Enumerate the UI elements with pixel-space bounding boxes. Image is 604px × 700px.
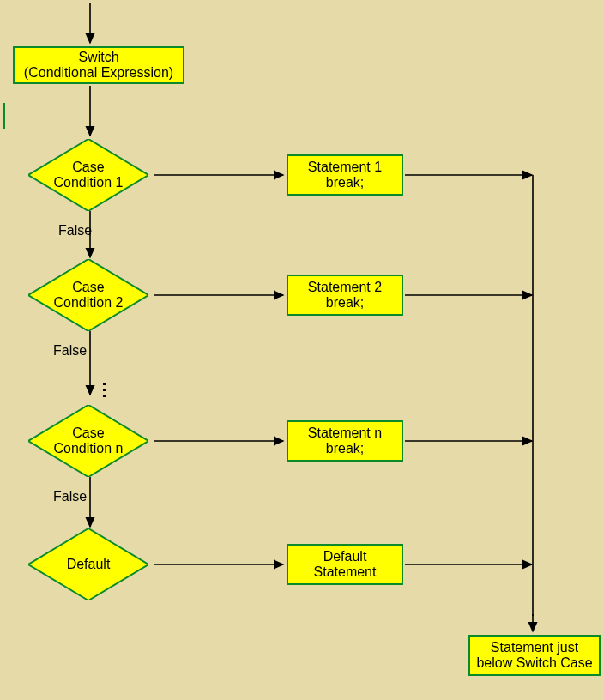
case2-line1: Case xyxy=(72,280,104,295)
statement2-line2: break; xyxy=(326,295,364,311)
default-diamond: Default xyxy=(28,528,148,600)
default-statement-box: Default Statement xyxy=(287,544,403,585)
default-stmt-line2: Statement xyxy=(314,564,377,580)
casen-diamond: Case Condition n xyxy=(28,405,148,477)
switch-line2: (Conditional Expression) xyxy=(24,65,173,81)
case1-line2: Condition 1 xyxy=(54,175,124,190)
case2-diamond: Case Condition 2 xyxy=(28,259,148,331)
casen-line2: Condition n xyxy=(54,441,124,456)
statementn-box: Statement n break; xyxy=(287,420,403,462)
case1-false-label: False xyxy=(58,223,92,238)
statement2-box: Statement 2 break; xyxy=(287,275,403,316)
statement1-line1: Statement 1 xyxy=(308,160,382,175)
case2-false-label: False xyxy=(53,343,87,359)
default-stmt-line1: Default xyxy=(323,549,367,564)
statementn-line1: Statement n xyxy=(308,425,382,441)
case1-line1: Case xyxy=(72,160,104,175)
casen-line1: Case xyxy=(72,425,104,441)
case2-line2: Condition 2 xyxy=(54,295,124,311)
statement2-line1: Statement 2 xyxy=(308,280,382,295)
switch-line1: Switch xyxy=(78,50,118,65)
switch-box: Switch (Conditional Expression) xyxy=(13,46,184,84)
casen-false-label: False xyxy=(53,489,87,504)
statement1-box: Statement 1 break; xyxy=(287,154,403,196)
case1-diamond: Case Condition 1 xyxy=(28,139,148,211)
flowchart-canvas: Switch (Conditional Expression) Case Con… xyxy=(0,0,604,700)
final-line1: Statement just xyxy=(491,640,578,655)
final-box: Statement just below Switch Case xyxy=(468,635,601,676)
statementn-line2: break; xyxy=(326,441,364,456)
default-label: Default xyxy=(67,557,111,572)
statement1-line2: break; xyxy=(326,175,364,190)
ellipsis-icon: … xyxy=(98,381,120,401)
final-line2: below Switch Case xyxy=(476,655,592,671)
